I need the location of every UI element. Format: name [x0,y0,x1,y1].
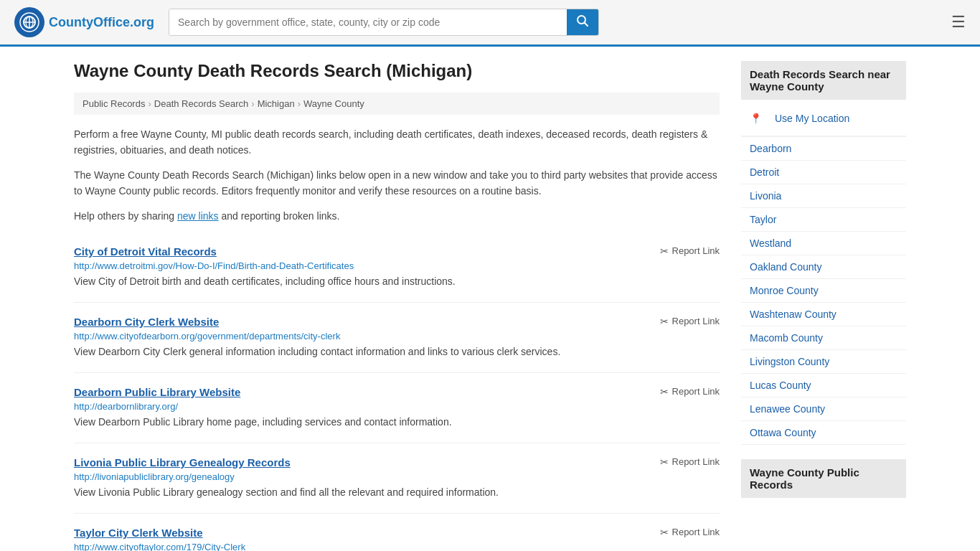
sidebar-county-oakland: Oakland County [741,255,906,279]
result-header-3: Livonia Public Library Genealogy Records… [74,456,720,468]
description-3: Help others by sharing new links and rep… [74,208,720,224]
dearborn-link[interactable]: Dearborn [741,137,906,160]
sidebar-county-lenawee: Lenawee County [741,397,906,421]
location-pin-icon: 📍 [750,113,762,124]
report-icon-0: ✂ [660,245,669,257]
detroit-link[interactable]: Detroit [741,161,906,184]
report-link-1[interactable]: ✂ Report Link [660,316,720,327]
nearby-list: 📍 Use My Location Dearborn Detroit Livon… [741,101,906,445]
result-title-0[interactable]: City of Detroit Vital Records [74,245,217,258]
result-title-2[interactable]: Dearborn Public Library Website [74,386,240,398]
report-icon-2: ✂ [660,386,669,397]
svg-line-6 [585,23,588,27]
search-button[interactable] [567,9,598,35]
public-records-title: Wayne County Public Records [741,459,906,498]
result-url-2[interactable]: http://dearbornlibrary.org/ [74,401,720,412]
report-icon-3: ✂ [660,456,669,468]
breadcrumb-sep-1: › [148,98,151,109]
westland-link[interactable]: Westland [741,232,906,255]
result-url-0[interactable]: http://www.detroitmi.gov/How-Do-I/Find/B… [74,260,720,271]
menu-button[interactable]: ☰ [951,13,966,32]
sidebar-county-washtenaw: Washtenaw County [741,303,906,326]
site-logo[interactable]: CountyOffice.org [14,7,154,37]
report-link-2[interactable]: ✂ Report Link [660,386,720,397]
result-item-2: Dearborn Public Library Website ✂ Report… [74,373,720,443]
result-desc-0: View City of Detroit birth and death cer… [74,274,720,289]
sidebar-city-dearborn: Dearborn [741,137,906,161]
use-location-link[interactable]: Use My Location [766,107,858,130]
sidebar-city-taylor: Taylor [741,208,906,232]
report-icon-4: ✂ [660,527,669,538]
breadcrumb-public-records[interactable]: Public Records [83,98,145,109]
sidebar-county-lucas: Lucas County [741,374,906,397]
description-2: The Wayne County Death Records Search (M… [74,167,720,199]
new-links-link[interactable]: new links [177,210,219,222]
result-title-4[interactable]: Taylor City Clerk Website [74,527,203,539]
result-item-3: Livonia Public Library Genealogy Records… [74,443,720,514]
use-location-item: 📍 Use My Location [741,101,906,137]
macomb-county-link[interactable]: Macomb County [741,326,906,349]
breadcrumb-sep-2: › [251,98,254,109]
result-url-4[interactable]: http://www.cityoftaylor.com/179/City-Cle… [74,542,720,551]
public-records-section: Wayne County Public Records [741,459,906,498]
breadcrumb-wayne-county[interactable]: Wayne County [303,98,364,109]
report-label-2: Report Link [672,386,720,397]
result-url-3[interactable]: http://livoniapubliclibrary.org/genealog… [74,471,720,482]
result-item-0: City of Detroit Vital Records ✂ Report L… [74,232,720,303]
livonia-link[interactable]: Livonia [741,184,906,207]
sidebar-county-ottawa: Ottawa County [741,421,906,445]
sidebar-city-livonia: Livonia [741,184,906,208]
result-desc-2: View Dearborn Public Library home page, … [74,415,720,430]
report-icon-1: ✂ [660,316,669,327]
breadcrumb-sep-3: › [298,98,301,109]
description-1: Perform a free Wayne County, MI public d… [74,126,720,159]
report-link-3[interactable]: ✂ Report Link [660,456,720,468]
page-container: Wayne County Death Records Search (Michi… [60,47,920,551]
results-list: City of Detroit Vital Records ✂ Report L… [74,232,720,551]
oakland-county-link[interactable]: Oakland County [741,255,906,278]
report-label-1: Report Link [672,316,720,326]
page-title: Wayne County Death Records Search (Michi… [74,61,720,81]
sidebar-city-detroit: Detroit [741,161,906,184]
report-link-0[interactable]: ✂ Report Link [660,245,720,257]
result-desc-3: View Livonia Public Library genealogy se… [74,485,720,500]
report-link-4[interactable]: ✂ Report Link [660,527,720,538]
sidebar-city-westland: Westland [741,232,906,255]
washtenaw-county-link[interactable]: Washtenaw County [741,303,906,326]
logo-icon [14,7,44,37]
sidebar-county-macomb: Macomb County [741,326,906,350]
result-header-1: Dearborn City Clerk Website ✂ Report Lin… [74,316,720,328]
livingston-county-link[interactable]: Livingston County [741,350,906,373]
monroe-county-link[interactable]: Monroe County [741,279,906,302]
result-item-4: Taylor City Clerk Website ✂ Report Link … [74,514,720,551]
logo-text: CountyOffice.org [49,15,154,30]
search-input[interactable] [169,9,567,35]
report-label-3: Report Link [672,456,720,467]
breadcrumb: Public Records › Death Records Search › … [74,93,720,115]
search-icon [577,15,588,27]
result-title-3[interactable]: Livonia Public Library Genealogy Records [74,456,291,468]
sidebar: Death Records Search near Wayne County 📍… [741,61,906,551]
result-header-0: City of Detroit Vital Records ✂ Report L… [74,245,720,258]
ottawa-county-link[interactable]: Ottawa County [741,421,906,444]
nearby-section: Death Records Search near Wayne County 📍… [741,61,906,445]
result-header-2: Dearborn Public Library Website ✂ Report… [74,386,720,398]
sidebar-county-monroe: Monroe County [741,279,906,303]
result-header-4: Taylor City Clerk Website ✂ Report Link [74,527,720,539]
report-label-4: Report Link [672,527,720,537]
lenawee-county-link[interactable]: Lenawee County [741,397,906,420]
main-content: Wayne County Death Records Search (Michi… [74,61,720,551]
result-title-1[interactable]: Dearborn City Clerk Website [74,316,219,328]
site-header: CountyOffice.org ☰ [0,0,980,47]
taylor-link[interactable]: Taylor [741,208,906,231]
result-url-1[interactable]: http://www.cityofdearborn.org/government… [74,331,720,342]
nearby-title: Death Records Search near Wayne County [741,61,906,100]
search-bar [169,9,599,36]
sidebar-county-livingston: Livingston County [741,350,906,374]
result-desc-1: View Dearborn City Clerk general informa… [74,344,720,359]
breadcrumb-death-records[interactable]: Death Records Search [154,98,249,109]
lucas-county-link[interactable]: Lucas County [741,374,906,397]
report-label-0: Report Link [672,245,720,256]
breadcrumb-michigan[interactable]: Michigan [258,98,295,109]
result-item-1: Dearborn City Clerk Website ✂ Report Lin… [74,303,720,373]
